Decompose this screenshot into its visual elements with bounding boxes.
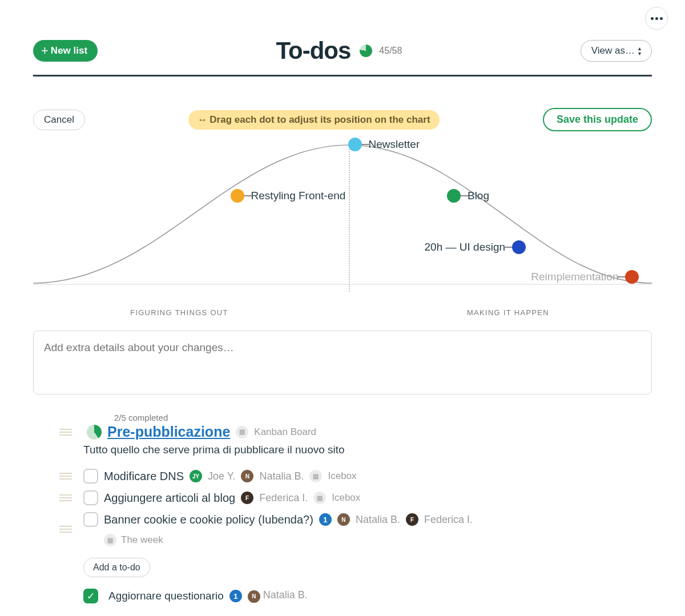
column-label: Icebox <box>328 470 356 482</box>
column-chip-icon: ▥ <box>104 534 116 546</box>
todo-list-section: 2/5 completed Pre-pubblicazione ▥ Kanban… <box>33 413 652 607</box>
comment-count-badge[interactable]: 1 <box>229 590 242 602</box>
update-details-input[interactable] <box>33 331 652 394</box>
todo-sub-row: ▥ The week <box>104 533 652 546</box>
hill-chart-label: 20h — UI design <box>425 241 506 253</box>
hill-chart: Restyling Front-endNewsletterBlog20h — U… <box>33 135 652 300</box>
new-list-label: New list <box>51 45 87 57</box>
hill-chart-dot[interactable] <box>447 189 461 203</box>
hill-chart-dot[interactable] <box>625 270 639 284</box>
plus-icon: + <box>41 45 49 57</box>
page-title: To-dos <box>276 37 350 65</box>
column-chip-icon: ▥ <box>309 470 322 482</box>
hill-chart-label: Newsletter <box>369 138 420 151</box>
todo-row: Aggiungere articoli al blogF Federica I.… <box>83 487 652 509</box>
avatar: N <box>248 590 260 603</box>
column-label: Icebox <box>332 492 360 504</box>
chart-connector <box>362 144 370 145</box>
todo-text[interactable]: Aggiornare questionario <box>108 590 224 602</box>
todo-checkbox[interactable] <box>83 490 98 505</box>
axis-left-label: FIGURING THINGS OUT <box>130 308 228 317</box>
sort-icon <box>638 46 641 56</box>
avatar: F <box>241 492 253 504</box>
list-header: Pre-pubblicazione ▥ Kanban Board <box>83 424 652 440</box>
add-todo-button[interactable]: Add a to-do <box>83 558 150 577</box>
progress-count: 45/58 <box>379 46 402 56</box>
drag-handle-icon[interactable] <box>59 494 72 501</box>
hill-chart-label: Blog <box>468 190 489 202</box>
todo-row: Modificare DNSJY Joe Y. N Natalia B. ▥ I… <box>83 465 652 487</box>
chart-connector <box>461 195 469 196</box>
more-menu-button[interactable] <box>645 7 668 30</box>
todo-text[interactable]: Aggiungere articoli al blog <box>104 492 235 505</box>
list-title-link[interactable]: Pre-pubblicazione <box>107 424 230 440</box>
comment-count-badge[interactable]: 1 <box>319 513 332 526</box>
avatar: JY <box>190 470 202 482</box>
board-chip-icon: ▥ <box>236 426 248 438</box>
assignee-name: Federica I. <box>424 514 473 526</box>
axis-right-label: MAKING IT HAPPEN <box>467 308 549 317</box>
todo-text[interactable]: Banner cookie e cookie policy (Iubenda?) <box>104 513 313 526</box>
drag-handle-icon[interactable] <box>59 473 72 480</box>
view-as-label: View as… <box>591 45 635 57</box>
column-label: The week <box>121 534 163 546</box>
column-chip-icon: ▥ <box>313 492 326 504</box>
todo-row: Banner cookie e cookie policy (Iubenda?)… <box>83 509 652 550</box>
assignee-name: Joe Y. <box>208 470 235 482</box>
todo-checkbox-checked[interactable]: ✓ <box>83 589 98 603</box>
list-progress-pie-icon <box>87 425 102 440</box>
assignee-name: Natalia B. <box>260 589 308 601</box>
assignee-name: Natalia B. <box>356 514 400 526</box>
todo-text[interactable]: Modificare DNS <box>104 470 184 483</box>
todo-checkbox[interactable] <box>83 512 98 527</box>
axis-labels: FIGURING THINGS OUT MAKING IT HAPPEN <box>33 301 652 317</box>
progress-pie-icon <box>360 45 372 57</box>
drag-handle-icon[interactable] <box>59 429 72 436</box>
chart-toolbar: Cancel ↔ Drag each dot to adjust its pos… <box>33 108 652 131</box>
arrows-icon: ↔ <box>198 114 207 126</box>
list-board-label: Kanban Board <box>254 426 316 438</box>
hill-chart-label: Restyling Front-end <box>251 190 346 202</box>
hill-chart-dot[interactable] <box>512 240 526 254</box>
list-description: Tutto quello che serve prima di pubblica… <box>83 444 652 456</box>
header: + New list To-dos 45/58 View as… <box>33 6 652 77</box>
chart-connector <box>617 276 625 277</box>
save-update-button[interactable]: Save this update <box>543 108 652 131</box>
todo-checkbox[interactable] <box>83 469 98 484</box>
avatar: N <box>337 513 350 526</box>
more-icon <box>651 17 654 20</box>
drag-handle-icon[interactable] <box>59 526 72 533</box>
chart-connector <box>244 195 252 196</box>
view-as-button[interactable]: View as… <box>581 40 652 62</box>
chart-connector <box>504 247 512 248</box>
avatar: F <box>406 513 418 526</box>
title-wrap: To-dos 45/58 <box>276 37 402 65</box>
cancel-button[interactable]: Cancel <box>33 110 85 130</box>
hill-chart-dot[interactable] <box>348 138 362 151</box>
new-list-button[interactable]: + New list <box>33 40 98 62</box>
avatar: N <box>241 470 253 482</box>
hill-chart-dot[interactable] <box>231 189 244 203</box>
completed-todo-row: ✓ Aggiornare questionario 1 N Natalia B. <box>83 585 652 607</box>
hill-chart-label: Reimplementation <box>531 271 618 283</box>
assignee-name: Federica I. <box>259 492 308 504</box>
list-progress: 2/5 completed <box>114 413 652 422</box>
assignee-name: Natalia B. <box>259 470 304 482</box>
chart-center-line <box>349 145 350 292</box>
hint-text: Drag each dot to adjust its position on … <box>209 114 430 126</box>
drag-hint: ↔ Drag each dot to adjust its position o… <box>188 110 439 130</box>
